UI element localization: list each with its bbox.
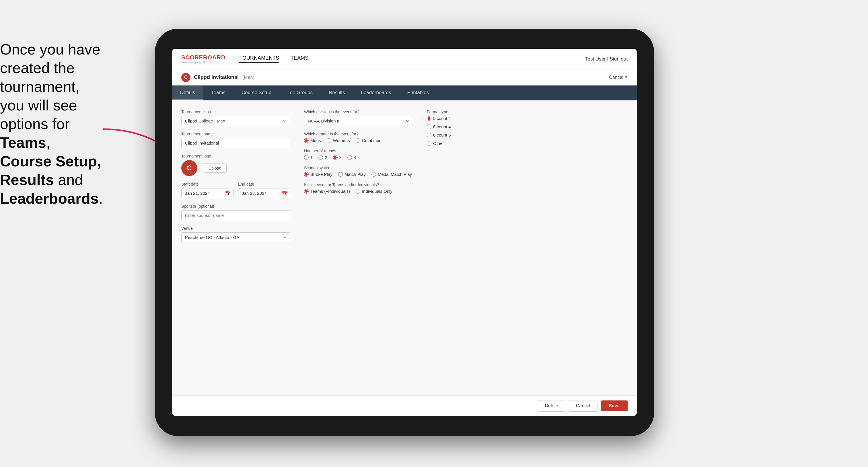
format-other-option[interactable]: Other [427, 141, 524, 146]
end-date-group: End date 📅 [238, 182, 290, 198]
teams-individuals-label: Is this event for Teams and/or Individua… [304, 182, 413, 187]
top-nav: SCOREBOARD Powered by clippd TOURNAMENTS… [172, 49, 637, 69]
nav-tournaments[interactable]: TOURNAMENTS [239, 55, 279, 63]
division-group: Which division is the event for? NCAA Di… [304, 110, 413, 126]
tournament-icon-letter: C [184, 75, 188, 80]
teams-plus-radio[interactable] [304, 189, 309, 194]
tab-printables[interactable]: Printables [399, 86, 437, 100]
form-section-right: Format type 5 count 4 6 count 4 [427, 110, 524, 242]
tab-course-setup-label: Course Setup [242, 90, 271, 96]
gender-mens-radio[interactable] [304, 138, 309, 143]
upload-button[interactable]: Upload [203, 163, 227, 173]
tab-tee-groups-label: Tee Groups [287, 90, 313, 96]
format-6count5-radio[interactable] [427, 133, 431, 137]
format-5count4-radio[interactable] [427, 116, 431, 121]
format-6count4-radio[interactable] [427, 124, 431, 129]
save-button[interactable]: Save [601, 400, 628, 411]
scoring-stroke-radio[interactable] [304, 172, 309, 177]
text-bold4: Leaderboards [0, 190, 99, 207]
footer-bar: Delete Cancel Save [172, 395, 637, 416]
logo-circle: C [181, 160, 197, 176]
rounds-2-radio[interactable] [318, 155, 323, 160]
scoring-medal-radio[interactable] [371, 172, 376, 177]
text-bold3: Results [0, 172, 54, 188]
gender-combined-radio[interactable] [356, 138, 360, 143]
tab-course-setup[interactable]: Course Setup [234, 86, 279, 100]
individuals-only-radio[interactable] [356, 189, 360, 194]
scoring-label: Scoring system [304, 165, 413, 170]
gender-radio-group: Mens Womens Combined [304, 138, 413, 143]
rounds-1-radio[interactable] [304, 155, 309, 160]
rounds-2-label: 2 [325, 155, 327, 160]
rounds-3-option[interactable]: 3 [333, 155, 342, 160]
format-6count4-option[interactable]: 6 count 4 [427, 124, 524, 129]
rounds-2-option[interactable]: 2 [318, 155, 327, 160]
form-section-left: Tournament Host Clippd College - Men Tou… [181, 110, 290, 242]
tournament-name-input[interactable] [181, 138, 290, 148]
format-other-radio[interactable] [427, 141, 431, 146]
sponsor-input[interactable] [181, 210, 290, 220]
user-label[interactable]: Test User | Sign out [585, 56, 628, 62]
scoring-match-option[interactable]: Match Play [338, 172, 366, 177]
tournament-name-text: Clippd Invitational [194, 74, 239, 80]
scoring-medal-label: Medal Match Play [378, 172, 412, 177]
gender-combined-option[interactable]: Combined [356, 138, 381, 143]
end-date-wrapper: 📅 [238, 188, 290, 198]
teams-plus-option[interactable]: Teams (+Individuals) [304, 189, 350, 194]
tournament-host-group: Tournament Host Clippd College - Men [181, 110, 290, 126]
format-5count4-label: 5 count 4 [433, 116, 451, 121]
tournament-logo-group: Tournament logo C Upload [181, 154, 290, 176]
tournament-bar: C Clippd Invitational (Men) Cancel X [172, 69, 637, 86]
text-line2: created the [0, 60, 74, 76]
rounds-3-label: 3 [339, 155, 342, 160]
end-date-icon: 📅 [282, 190, 287, 196]
tournament-tag: (Men) [242, 75, 254, 80]
scoring-stroke-option[interactable]: Stroke Play [304, 172, 333, 177]
gender-womens-radio[interactable] [327, 138, 331, 143]
tournament-host-select[interactable]: Clippd College - Men [181, 116, 290, 126]
text-line4: you will see [0, 97, 77, 114]
tab-tee-groups[interactable]: Tee Groups [279, 86, 321, 100]
rounds-label: Number of rounds [304, 149, 413, 153]
nav-teams[interactable]: TEAMS [290, 55, 308, 63]
text-line3: tournament, [0, 78, 80, 95]
date-row: Start date 📅 End date 📅 [181, 182, 290, 198]
venue-select[interactable]: Peachtree GC - Atlanta - GA [181, 232, 290, 242]
tournament-name: Clippd Invitational (Men) [194, 74, 609, 80]
teams-plus-label: Teams (+Individuals) [310, 189, 350, 194]
delete-button[interactable]: Delete [538, 400, 565, 412]
format-6count4-label: 6 count 4 [433, 124, 451, 129]
gender-mens-option[interactable]: Mens [304, 138, 321, 143]
format-6count5-option[interactable]: 6 count 5 [427, 132, 524, 137]
tab-results[interactable]: Results [321, 86, 353, 100]
rounds-4-radio[interactable] [347, 155, 352, 160]
scoring-group: Scoring system Stroke Play Match Play [304, 165, 413, 177]
rounds-4-label: 4 [354, 155, 356, 160]
cancel-button[interactable]: Cancel [569, 400, 597, 412]
individuals-only-option[interactable]: Individuals Only [356, 189, 393, 194]
tab-details[interactable]: Details [172, 86, 203, 100]
gender-womens-label: Womens [333, 138, 350, 143]
text-line1: Once you have [0, 41, 100, 58]
tab-teams[interactable]: Teams [203, 86, 234, 100]
tab-printables-label: Printables [407, 90, 429, 96]
tournament-icon: C [181, 73, 190, 82]
text-bold1: Teams [0, 134, 46, 151]
tab-leaderboards[interactable]: Leaderboards [353, 86, 399, 100]
rounds-1-option[interactable]: 1 [304, 155, 313, 160]
tab-leaderboards-label: Leaderboards [361, 90, 391, 96]
tab-teams-label: Teams [211, 90, 225, 96]
teams-individuals-group: Is this event for Teams and/or Individua… [304, 182, 413, 194]
tournament-name-group: Tournament name [181, 132, 290, 148]
format-5count4-option[interactable]: 5 count 4 [427, 116, 524, 121]
rounds-4-option[interactable]: 4 [347, 155, 356, 160]
rounds-3-radio[interactable] [333, 155, 338, 160]
scoring-match-radio[interactable] [338, 172, 343, 177]
scoring-medal-option[interactable]: Medal Match Play [371, 172, 412, 177]
gender-womens-option[interactable]: Womens [327, 138, 350, 143]
logo-upload-area: C Upload [181, 160, 290, 176]
tablet-screen: SCOREBOARD Powered by clippd TOURNAMENTS… [172, 49, 637, 416]
gender-label: Which gender is the event for? [304, 132, 413, 136]
cancel-x-button[interactable]: Cancel X [609, 75, 628, 80]
division-select[interactable]: NCAA Division III [304, 116, 413, 126]
